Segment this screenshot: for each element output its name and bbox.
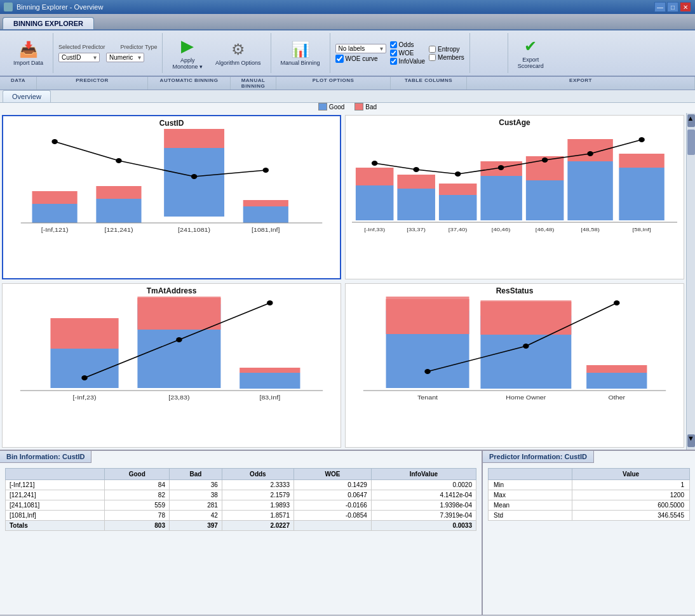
svg-text:[-Inf,23): [-Inf,23) [73, 394, 97, 401]
svg-point-9 [116, 158, 121, 163]
table-row: Max1200 [489, 490, 690, 500]
chart-custage[interactable]: CustAge [345, 115, 684, 279]
col-woe: WOE [294, 469, 371, 480]
ribbon-table-columns-group [470, 33, 508, 73]
col-good: Good [105, 469, 170, 480]
apply-monotone-button[interactable]: ▶ ApplyMonotone ▾ [168, 34, 207, 72]
svg-text:[-Inf,121): [-Inf,121) [41, 227, 69, 233]
woe-curve-checkbox[interactable] [335, 55, 344, 63]
table-row: [-Inf,121]84362.33330.14290.0020 [6, 480, 476, 490]
section-data: DATA [0, 77, 37, 90]
svg-point-55 [267, 300, 273, 305]
table-row: [241,1081]5592811.9893-0.01661.9398e-04 [6, 500, 476, 511]
svg-rect-28 [567, 139, 612, 161]
svg-rect-62 [386, 299, 469, 334]
table-row: Min1 [489, 480, 690, 490]
woe-checkbox[interactable] [390, 50, 397, 57]
svg-point-37 [638, 137, 645, 142]
bin-info-tab[interactable]: Bin Information: CustID [0, 451, 482, 463]
no-labels-dropdown[interactable]: No labels [335, 44, 386, 53]
svg-text:Other: Other [608, 394, 626, 401]
minimize-button[interactable]: — [654, 2, 666, 12]
charts-scrollbar[interactable]: ▲ ▼ [686, 113, 695, 450]
manual-binning-button[interactable]: 📊 Manual Binning [276, 39, 325, 68]
svg-point-53 [81, 375, 88, 380]
window-controls[interactable]: — □ ✕ [654, 2, 691, 12]
svg-text:[37,40): [37,40) [449, 227, 468, 232]
svg-rect-0 [32, 204, 78, 223]
col-odds: Odds [222, 469, 294, 480]
svg-rect-50 [137, 298, 220, 330]
infovalue-checkbox[interactable] [390, 58, 397, 65]
ribbon-section-labels: DATA PREDICTOR AUTOMATIC BINNING MANUAL … [0, 77, 695, 90]
svg-point-68 [424, 369, 431, 374]
chart-resstatus-svg: Tenant Home Owner Other [348, 297, 681, 405]
col-bin [6, 469, 105, 480]
legend-good-box [318, 103, 327, 110]
table-row: [121,241]82382.15790.06474.1412e-04 [6, 490, 476, 500]
predictor-type-dropdown[interactable]: Numeric [106, 53, 144, 62]
apply-monotone-icon: ▶ [181, 36, 194, 56]
svg-point-69 [523, 344, 529, 349]
svg-text:[48,58): [48,58) [581, 227, 600, 232]
plot-checkboxes-col1: Odds WOE InfoValue [390, 41, 426, 65]
bottom-panels: Bin Information: CustID Good Bad Odds WO… [0, 450, 695, 615]
window-title: Binning Explorer - Overview [17, 3, 103, 11]
svg-rect-67 [586, 365, 647, 373]
import-icon: 📥 [19, 41, 38, 58]
svg-rect-29 [619, 168, 664, 220]
svg-point-8 [51, 139, 57, 144]
ribbon-manual-binning-group: 📊 Manual Binning [271, 33, 330, 73]
svg-point-31 [372, 161, 378, 166]
entropy-checkbox[interactable] [429, 46, 436, 53]
chart-custid[interactable]: CustID [2, 115, 341, 279]
ribbon: 📥 Import Data Selected Predictor Predict… [0, 30, 695, 77]
section-predictor: PREDICTOR [37, 77, 148, 90]
col-infovalue: InfoValue [371, 469, 476, 480]
members-checkbox[interactable] [429, 54, 436, 61]
svg-point-36 [587, 151, 593, 156]
chart-resstatus-title: ResStatus [348, 286, 681, 295]
svg-rect-7 [243, 200, 288, 206]
odds-checkbox[interactable] [390, 41, 397, 48]
plot-checkboxes-col2: Entropy Members [429, 46, 464, 61]
chart-resstatus[interactable]: ResStatus Tenant [345, 283, 684, 448]
svg-point-34 [498, 165, 504, 170]
ribbon-export-group: ✔ ExportScorecard [508, 33, 553, 73]
svg-rect-22 [439, 184, 477, 195]
overview-tab[interactable]: Overview [3, 90, 51, 102]
chart-custid-svg: [-Inf,121) [121,241) [241,1081) [1081,In… [6, 129, 337, 237]
scrollbar-thumb[interactable] [687, 130, 695, 155]
svg-rect-52 [240, 368, 300, 373]
svg-point-33 [455, 171, 461, 177]
svg-rect-18 [356, 168, 394, 185]
chart-tmataddress-svg: [-Inf,23) [23,83) [83,Inf] [5, 297, 338, 405]
algorithm-options-button[interactable]: ⚙ Algorithm Options [211, 39, 266, 68]
table-row: Std346.5545 [489, 511, 690, 521]
selected-predictor-dropdown[interactable]: CustID [58, 53, 100, 62]
svg-rect-30 [619, 154, 664, 168]
chart-tmataddress[interactable]: TmAtAddress [-Inf,23) [23,83 [2, 283, 341, 448]
svg-rect-3 [96, 186, 141, 199]
pred-col-label [489, 469, 572, 480]
legend-bad: Bad [354, 103, 377, 110]
binning-explorer-tab[interactable]: BINNING EXPLORER [3, 17, 94, 29]
maximize-button[interactable]: □ [667, 2, 678, 12]
predictor-info-tab[interactable]: Predictor Information: CustID [483, 451, 695, 463]
ribbon-predictor-group: Selected Predictor Predictor Type CustID… [53, 33, 163, 73]
table-row: Mean600.5000 [489, 500, 690, 511]
svg-point-54 [176, 337, 182, 342]
svg-rect-66 [586, 373, 647, 389]
table-row: Totals8033972.02270.0033 [6, 521, 476, 531]
svg-text:[58,Inf]: [58,Inf] [633, 227, 651, 232]
predictor-type-label: Predictor Type [121, 44, 158, 50]
svg-rect-25 [526, 180, 564, 220]
export-scorecard-button[interactable]: ✔ ExportScorecard [513, 36, 548, 71]
close-button[interactable]: ✕ [680, 2, 691, 12]
scrollbar-up-arrow[interactable]: ▲ [687, 114, 695, 127]
manual-binning-icon: 📊 [291, 41, 310, 58]
table-row: [1081,Inf]78421.8571-0.08547.3919e-04 [6, 511, 476, 521]
content-tabs: Overview [0, 90, 695, 103]
import-data-button[interactable]: 📥 Import Data [9, 39, 48, 68]
scrollbar-down-arrow[interactable]: ▼ [687, 434, 695, 447]
